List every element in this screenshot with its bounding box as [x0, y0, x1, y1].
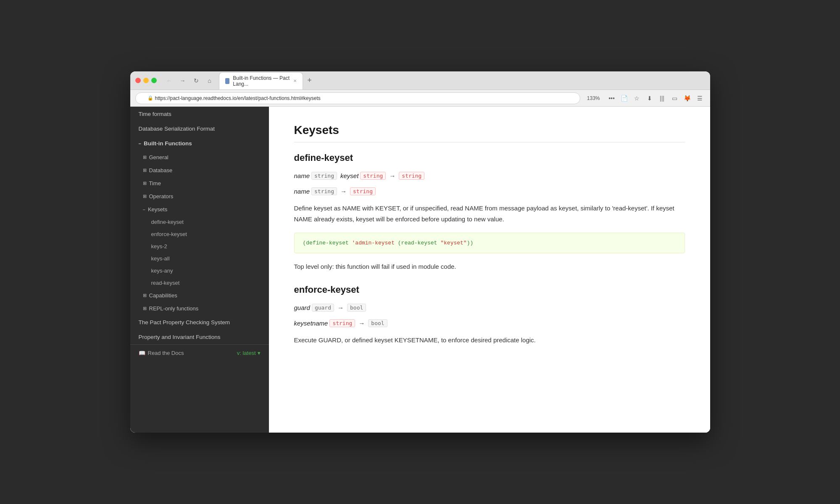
download-icon[interactable]: ⬇ — [645, 93, 655, 103]
sidebar-toggle-icon[interactable]: ▭ — [670, 93, 680, 103]
url-input[interactable]: 🔒 https://pact-language.readthedocs.io/e… — [135, 92, 580, 104]
rtd-label: 📖 Read the Docs — [139, 350, 184, 356]
code-close: ) — [470, 240, 473, 246]
nav-buttons: ← → ↻ ⌂ — [163, 75, 216, 87]
ek-sig2-return: bool — [368, 319, 387, 327]
sig1-type1: string — [311, 172, 337, 180]
forward-button[interactable]: → — [177, 75, 189, 87]
tab-close-icon[interactable]: ✕ — [293, 79, 297, 83]
browser-tab[interactable]: Built-in Functions — Pact Lang... ✕ — [219, 72, 303, 89]
browser-window: ← → ↻ ⌂ Built-in Functions — Pact Lang..… — [130, 71, 710, 433]
sidebar-database-label: Database — [149, 167, 173, 173]
ek-sig1-return: bool — [347, 304, 366, 312]
reload-button[interactable]: ↻ — [190, 75, 202, 87]
sidebar-repl-only[interactable]: ⊞ REPL-only functions — [130, 302, 269, 315]
code-inner-open: ( — [398, 240, 401, 246]
sidebar-pact-property[interactable]: The Pact Property Checking System — [130, 315, 269, 330]
ek-sig1-type1: guard — [312, 304, 334, 312]
sidebar-keysets[interactable]: − Keysets — [130, 203, 269, 216]
define-keyset-note: Top level only: this function will fail … — [294, 262, 685, 272]
sig1-type2: string — [360, 172, 386, 180]
version-selector[interactable]: v: latest ▾ — [237, 350, 261, 356]
sidebar-keys-any[interactable]: keys-any — [130, 265, 269, 277]
sig2-type1: string — [311, 187, 337, 195]
sig1-return: string — [399, 172, 424, 180]
toggle-plus-repl: ⊞ — [143, 306, 147, 311]
sidebar-item-db-serialization[interactable]: Database Serialization Format — [130, 121, 269, 136]
code-inner-fn: read-keyset — [401, 240, 437, 246]
ek-sig1-name: guard — [294, 304, 310, 311]
sidebar-general-label: General — [149, 154, 169, 160]
address-bar: 🔒 https://pact-language.readthedocs.io/e… — [130, 90, 710, 107]
sidebar-operators-label: Operators — [149, 193, 174, 200]
define-keyset-sig1: name string keyset string → string — [294, 172, 685, 180]
enforce-keyset-sig1: guard guard → bool — [294, 304, 685, 312]
maximize-button[interactable] — [151, 78, 157, 83]
enforce-keyset-heading: enforce-keyset — [294, 284, 685, 295]
firefox-icon[interactable]: 🦊 — [682, 93, 693, 103]
sidebar-time-label: Time — [149, 180, 161, 186]
sig2-name: name — [294, 188, 310, 195]
ek-sig2-arrow: → — [358, 320, 365, 327]
toggle-plus-database: ⊞ — [143, 168, 147, 173]
back-button[interactable]: ← — [163, 75, 175, 87]
define-keyset-description: Define keyset as NAME with KEYSET, or if… — [294, 203, 685, 224]
sidebar-capabilities-label: Capabilities — [149, 292, 177, 299]
sidebar-read-keyset[interactable]: read-keyset — [130, 277, 269, 289]
chevron-down-icon: ▾ — [258, 350, 261, 356]
enforce-keyset-description: Execute GUARD, or defined keyset KEYSETN… — [294, 335, 685, 346]
sidebar-define-keyset[interactable]: define-keyset — [130, 216, 269, 228]
sidebar-enforce-keyset[interactable]: enforce-keyset — [130, 228, 269, 240]
security-lock-icon: 🔒 — [147, 95, 153, 101]
code-fn-name: define-keyset — [306, 240, 348, 246]
define-keyset-code: (define-keyset 'admin-keyset (read-keyse… — [294, 233, 685, 253]
sidebar-time[interactable]: ⊞ Time — [130, 177, 269, 190]
sig1-keyset-label: keyset — [340, 172, 358, 179]
traffic-lights — [135, 78, 157, 83]
sidebar-builtin-label: Built-in Functions — [144, 140, 192, 147]
code-arg2: "keyset" — [440, 240, 466, 246]
sidebar-property-invariant[interactable]: Property and Invariant Functions — [130, 330, 269, 344]
title-bar: ← → ↻ ⌂ Built-in Functions — Pact Lang..… — [130, 71, 710, 90]
zoom-level: 133% — [584, 95, 603, 101]
main-content: Keysets define-keyset name string keyset… — [269, 107, 710, 433]
sidebar-builtin-functions[interactable]: − Built-in Functions — [130, 136, 269, 151]
enforce-keyset-sig2: keysetname string → bool — [294, 319, 685, 327]
sidebar-item-time-formats[interactable]: Time formats — [130, 107, 269, 121]
page-heading: Keysets — [294, 123, 685, 142]
browser-body: Time formats Database Serialization Form… — [130, 107, 710, 433]
sidebar-keys-2[interactable]: keys-2 — [130, 240, 269, 252]
sig2-return: string — [350, 187, 376, 195]
minimize-button[interactable] — [143, 78, 149, 83]
new-tab-button[interactable]: + — [304, 75, 316, 87]
reader-view-icon[interactable]: 📄 — [619, 93, 629, 103]
sig1-name: name — [294, 172, 310, 179]
sidebar-general[interactable]: ⊞ General — [130, 151, 269, 164]
ek-sig2-type1: string — [329, 319, 355, 327]
library-icon[interactable]: ||| — [657, 93, 667, 103]
toggle-plus-general: ⊞ — [143, 155, 147, 160]
close-button[interactable] — [135, 78, 141, 83]
menu-icon[interactable]: ☰ — [695, 93, 705, 103]
define-keyset-heading: define-keyset — [294, 152, 685, 163]
book-icon: 📖 — [139, 350, 145, 356]
code-arg1: 'admin-keyset — [352, 240, 395, 246]
toggle-plus-operators: ⊞ — [143, 194, 147, 199]
tab-title: Built-in Functions — Pact Lang... — [233, 75, 290, 87]
sidebar-footer: 📖 Read the Docs v: latest ▾ — [130, 344, 269, 361]
sidebar-database[interactable]: ⊞ Database — [130, 164, 269, 177]
sidebar-capabilities[interactable]: ⊞ Capabilities — [130, 289, 269, 302]
ek-sig2-name: keysetname — [294, 320, 328, 327]
sig2-arrow: → — [340, 188, 347, 195]
toggle-minus-icon: − — [139, 141, 141, 146]
sidebar: Time formats Database Serialization Form… — [130, 107, 269, 433]
bookmark-icon[interactable]: ☆ — [632, 93, 642, 103]
sidebar-keys-all[interactable]: keys-all — [130, 252, 269, 265]
tab-bar: Built-in Functions — Pact Lang... ✕ + — [219, 72, 316, 89]
sidebar-operators[interactable]: ⊞ Operators — [130, 190, 269, 203]
more-options-icon[interactable]: ••• — [607, 93, 617, 103]
sig1-arrow: → — [389, 172, 395, 179]
define-keyset-sig2: name string → string — [294, 187, 685, 195]
home-button[interactable]: ⌂ — [204, 75, 216, 87]
toolbar-icons: ••• 📄 ☆ ⬇ ||| ▭ 🦊 ☰ — [607, 93, 705, 103]
